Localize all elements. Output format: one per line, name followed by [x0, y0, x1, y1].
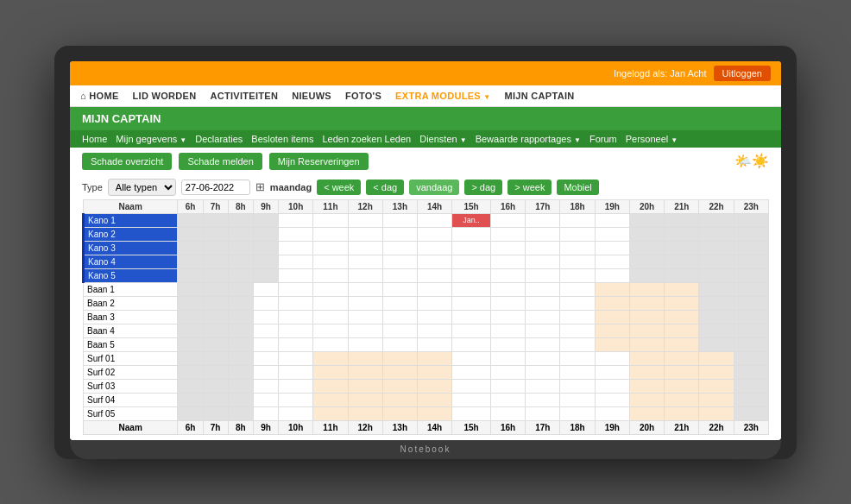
- schedule-cell[interactable]: [279, 393, 313, 406]
- schedule-cell[interactable]: [178, 324, 203, 337]
- schedule-cell[interactable]: [665, 324, 699, 337]
- schedule-cell[interactable]: [491, 241, 526, 255]
- next-day-button[interactable]: > dag: [464, 180, 502, 195]
- schedule-cell[interactable]: [595, 310, 629, 324]
- subnav-leden-zoeken[interactable]: Leden zoeken Leden: [322, 134, 411, 144]
- schedule-cell[interactable]: [665, 393, 699, 406]
- schedule-cell[interactable]: [228, 310, 253, 324]
- schedule-cell[interactable]: [203, 213, 228, 227]
- schedule-cell[interactable]: [734, 268, 768, 282]
- schedule-cell[interactable]: [313, 227, 348, 241]
- schedule-cell[interactable]: [418, 310, 452, 324]
- schedule-cell[interactable]: [203, 324, 228, 337]
- schedule-cell[interactable]: [382, 227, 417, 241]
- schedule-cell[interactable]: [313, 379, 348, 393]
- schedule-cell[interactable]: [348, 337, 382, 351]
- schedule-cell[interactable]: [418, 268, 452, 282]
- schedule-cell[interactable]: [418, 337, 452, 351]
- schedule-cell[interactable]: [560, 296, 595, 310]
- schedule-cell[interactable]: [665, 351, 699, 365]
- schedule-cell[interactable]: [279, 351, 313, 365]
- schedule-cell[interactable]: [629, 406, 664, 420]
- schedule-cell[interactable]: [526, 213, 560, 227]
- schedule-cell[interactable]: [491, 365, 526, 379]
- schedule-cell[interactable]: [452, 365, 491, 379]
- schedule-cell[interactable]: [253, 324, 278, 337]
- schedule-cell[interactable]: [279, 255, 313, 268]
- schedule-cell[interactable]: [382, 337, 417, 351]
- subnav-forum[interactable]: Forum: [589, 134, 617, 144]
- subnav-besloten[interactable]: Besloten items: [251, 134, 313, 144]
- schedule-cell[interactable]: [253, 337, 278, 351]
- schedule-cell[interactable]: [279, 268, 313, 282]
- schedule-cell[interactable]: [491, 282, 526, 296]
- nav-activiteiten[interactable]: ACTIVITEITEN: [210, 91, 278, 101]
- schedule-cell[interactable]: [560, 310, 595, 324]
- schedule-cell[interactable]: [452, 379, 491, 393]
- schedule-cell[interactable]: [452, 227, 491, 241]
- subnav-rapportages[interactable]: Bewaarde rapportages: [476, 134, 581, 144]
- schade-melden-button[interactable]: Schade melden: [179, 153, 262, 170]
- schedule-cell[interactable]: [452, 296, 491, 310]
- schedule-cell[interactable]: [734, 379, 768, 393]
- schedule-cell[interactable]: [279, 241, 313, 255]
- schedule-cell[interactable]: [203, 379, 228, 393]
- schedule-cell[interactable]: [382, 324, 417, 337]
- schedule-cell[interactable]: [313, 255, 348, 268]
- schedule-cell[interactable]: [382, 241, 417, 255]
- schedule-cell[interactable]: [734, 393, 768, 406]
- schedule-cell[interactable]: [313, 351, 348, 365]
- schedule-cell[interactable]: [560, 213, 595, 227]
- schedule-cell[interactable]: [313, 282, 348, 296]
- schedule-cell[interactable]: [699, 255, 734, 268]
- schedule-cell[interactable]: [382, 393, 417, 406]
- schedule-cell[interactable]: [560, 282, 595, 296]
- schedule-cell[interactable]: [526, 255, 560, 268]
- schedule-cell[interactable]: [418, 365, 452, 379]
- schedule-cell[interactable]: [595, 282, 629, 296]
- schedule-cell[interactable]: [253, 351, 278, 365]
- schedule-cell[interactable]: [279, 282, 313, 296]
- schedule-cell[interactable]: [595, 324, 629, 337]
- schedule-cell[interactable]: [699, 296, 734, 310]
- schedule-cell[interactable]: [699, 337, 734, 351]
- schedule-cell[interactable]: [595, 296, 629, 310]
- schedule-cell[interactable]: [526, 310, 560, 324]
- schedule-cell[interactable]: [228, 296, 253, 310]
- schedule-cell[interactable]: [734, 324, 768, 337]
- schedule-cell[interactable]: [418, 406, 452, 420]
- schedule-cell[interactable]: [699, 241, 734, 255]
- schedule-cell[interactable]: [348, 227, 382, 241]
- schedule-cell[interactable]: [348, 296, 382, 310]
- mijn-reserveringen-button[interactable]: Mijn Reserveringen: [269, 153, 369, 170]
- schedule-cell[interactable]: [491, 351, 526, 365]
- nav-extra-modules[interactable]: EXTRA MODULES ▼: [395, 91, 490, 101]
- schedule-cell[interactable]: [178, 227, 203, 241]
- schedule-cell[interactable]: [382, 268, 417, 282]
- schedule-cell[interactable]: [452, 393, 491, 406]
- schedule-cell[interactable]: [560, 406, 595, 420]
- schedule-cell[interactable]: [665, 365, 699, 379]
- schedule-cell[interactable]: [348, 310, 382, 324]
- schedule-cell[interactable]: [178, 241, 203, 255]
- schedule-cell[interactable]: [203, 393, 228, 406]
- schedule-cell[interactable]: [699, 310, 734, 324]
- subnav-mijn-gegevens[interactable]: Mijn gegevens: [116, 134, 186, 144]
- schedule-cell[interactable]: [313, 268, 348, 282]
- schedule-cell[interactable]: [629, 213, 664, 227]
- schedule-cell[interactable]: [699, 365, 734, 379]
- schedule-cell[interactable]: [560, 393, 595, 406]
- schedule-cell[interactable]: [253, 310, 278, 324]
- schedule-cell[interactable]: [228, 227, 253, 241]
- schedule-cell[interactable]: [734, 241, 768, 255]
- schedule-cell[interactable]: [665, 379, 699, 393]
- schedule-cell[interactable]: [665, 406, 699, 420]
- schedule-cell[interactable]: [253, 296, 278, 310]
- schedule-cell[interactable]: [313, 310, 348, 324]
- schedule-cell[interactable]: [279, 310, 313, 324]
- schedule-cell[interactable]: [382, 365, 417, 379]
- schedule-cell[interactable]: Jan..: [452, 213, 491, 227]
- subnav-home[interactable]: Home: [82, 134, 107, 144]
- schedule-cell[interactable]: [452, 324, 491, 337]
- schedule-cell[interactable]: [382, 379, 417, 393]
